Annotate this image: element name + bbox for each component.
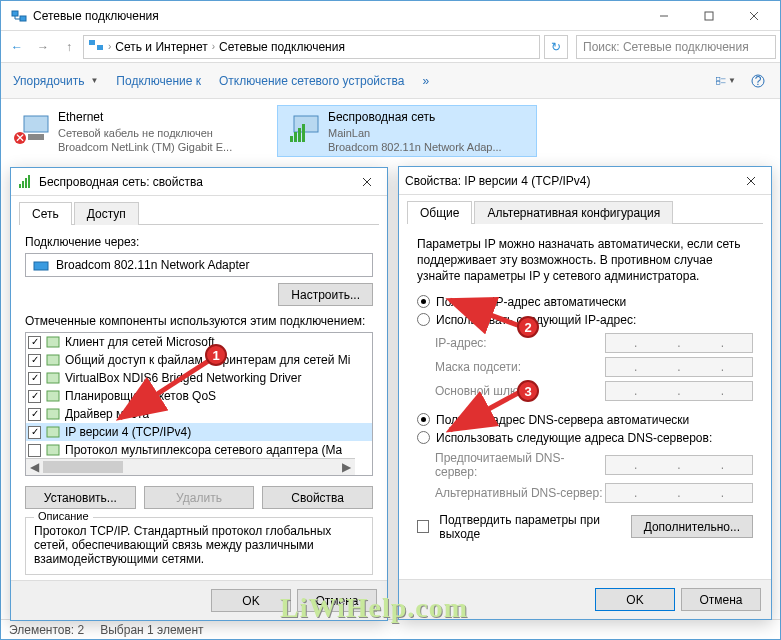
svg-rect-35 (47, 427, 59, 437)
dns-alt-input (605, 483, 753, 503)
dlg2-cancel-button[interactable]: Отмена (681, 588, 761, 611)
components-list[interactable]: Клиент для сетей Microsoft Общий доступ … (25, 332, 373, 476)
checkbox-icon[interactable] (28, 390, 41, 403)
confirm-checkbox[interactable] (417, 520, 429, 533)
ethernet-connection[interactable]: ✕ Ethernet Сетевой кабель не подключен B… (7, 105, 267, 157)
configure-button[interactable]: Настроить... (278, 283, 373, 306)
svg-rect-31 (47, 355, 59, 365)
component-item[interactable]: Планировщик пакетов QoS (26, 387, 372, 405)
ethernet-device: Broadcom NetLink (TM) Gigabit E... (58, 140, 258, 154)
tab-access[interactable]: Доступ (74, 202, 139, 225)
svg-rect-32 (47, 373, 59, 383)
help-icon[interactable]: ? (748, 73, 768, 89)
svg-rect-24 (22, 181, 24, 188)
content-area: ✕ Ethernet Сетевой кабель не подключен B… (1, 99, 780, 163)
more-button[interactable]: » (422, 74, 429, 88)
up-button[interactable]: ↑ (57, 35, 81, 59)
dns-auto-label: Получить адрес DNS-сервера автоматически (436, 413, 689, 427)
svg-rect-34 (47, 409, 59, 419)
minimize-button[interactable] (641, 2, 686, 30)
checkbox-icon[interactable] (28, 354, 41, 367)
checkbox-icon[interactable] (28, 426, 41, 439)
ip-auto-radio[interactable] (417, 295, 430, 308)
back-button[interactable]: ← (5, 35, 29, 59)
app-icon (11, 8, 27, 24)
checkbox-icon[interactable] (28, 408, 41, 421)
organize-menu[interactable]: Упорядочить▼ (13, 74, 98, 88)
properties-button[interactable]: Свойства (262, 486, 373, 509)
ip-addr-input (605, 333, 753, 353)
mask-input (605, 357, 753, 377)
component-item[interactable]: VirtualBox NDIS6 Bridged Networking Driv… (26, 369, 372, 387)
svg-rect-20 (294, 132, 297, 142)
mask-label: Маска подсети: (435, 360, 605, 374)
ethernet-status: Сетевой кабель не подключен (58, 126, 258, 140)
description-legend: Описание (34, 510, 93, 522)
ethernet-icon: ✕ (10, 108, 58, 148)
dlg2-close-button[interactable] (737, 171, 765, 191)
titlebar: Сетевые подключения (1, 1, 780, 31)
ip-auto-label: Получить IP-адрес автоматически (436, 295, 626, 309)
adapter-properties-dialog: Беспроводная сеть: свойства Сеть Доступ … (10, 167, 388, 621)
dns-manual-radio[interactable] (417, 431, 430, 444)
ethernet-name: Ethernet (58, 110, 264, 126)
ipv4-properties-dialog: Свойства: IP версии 4 (TCP/IPv4) Общие А… (398, 166, 772, 620)
svg-rect-25 (25, 178, 27, 188)
svg-rect-6 (89, 40, 95, 45)
dlg1-close-button[interactable] (353, 172, 381, 192)
components-label: Отмеченные компоненты используются этим … (25, 314, 373, 328)
ip-manual-radio[interactable] (417, 313, 430, 326)
svg-rect-8 (717, 77, 720, 80)
install-button[interactable]: Установить... (25, 486, 136, 509)
advanced-button[interactable]: Дополнительно... (631, 515, 753, 538)
wifi-dialog-icon (17, 174, 33, 190)
annotation-badge-1: 1 (205, 344, 227, 366)
adapter-field: Broadcom 802.11n Network Adapter (25, 253, 373, 277)
component-ipv4[interactable]: IP версии 4 (TCP/IPv4) (26, 423, 372, 441)
svg-rect-36 (47, 445, 59, 455)
close-button[interactable] (731, 2, 776, 30)
dns-auto-radio[interactable] (417, 413, 430, 426)
window-title: Сетевые подключения (33, 9, 641, 23)
breadcrumb-part1[interactable]: Сеть и Интернет (115, 40, 207, 54)
ip-addr-label: IP-адрес: (435, 336, 605, 350)
dlg2-ok-button[interactable]: OK (595, 588, 675, 611)
tab-network[interactable]: Сеть (19, 202, 72, 225)
tab-alt-config[interactable]: Альтернативная конфигурация (474, 201, 673, 224)
svg-rect-1 (20, 16, 26, 21)
status-count: Элементов: 2 (9, 623, 84, 637)
wifi-device: Broadcom 802.11n Network Adap... (328, 140, 528, 154)
dns-alt-label: Альтернативный DNS-сервер: (435, 486, 605, 500)
dlg1-ok-button[interactable]: OK (211, 589, 291, 612)
component-item[interactable]: Протокол мультиплексора сетевого адаптер… (26, 441, 372, 459)
disable-device-button[interactable]: Отключение сетевого устройства (219, 74, 404, 88)
watermark: LiWiHelp.com (280, 592, 468, 624)
component-item[interactable]: Драйвер моста (26, 405, 372, 423)
forward-button[interactable]: → (31, 35, 55, 59)
component-item[interactable]: Общий доступ к файлам и принтерам для се… (26, 351, 372, 369)
maximize-button[interactable] (686, 2, 731, 30)
nav-bar: ← → ↑ › Сеть и Интернет › Сетевые подклю… (1, 31, 780, 63)
breadcrumb[interactable]: › Сеть и Интернет › Сетевые подключения (83, 35, 540, 59)
tab-general[interactable]: Общие (407, 201, 472, 224)
refresh-button[interactable]: ↻ (544, 35, 568, 59)
connect-via-label: Подключение через: (25, 235, 373, 249)
gateway-input (605, 381, 753, 401)
wifi-connection[interactable]: Беспроводная сеть MainLan Broadcom 802.1… (277, 105, 537, 157)
dlg1-tabs: Сеть Доступ (19, 202, 379, 225)
checkbox-icon[interactable] (28, 336, 41, 349)
svg-rect-22 (302, 124, 305, 142)
checkbox-icon[interactable] (28, 372, 41, 385)
checkbox-icon[interactable] (28, 444, 41, 457)
connect-to-button[interactable]: Подключение к (116, 74, 201, 88)
horizontal-scrollbar[interactable]: ◀▶ (26, 458, 355, 475)
description-group: Описание Протокол TCP/IP. Стандартный пр… (25, 517, 373, 575)
component-item[interactable]: Клиент для сетей Microsoft (26, 333, 372, 351)
remove-button: Удалить (144, 486, 255, 509)
search-input[interactable]: Поиск: Сетевые подключения (576, 35, 776, 59)
breadcrumb-part2[interactable]: Сетевые подключения (219, 40, 345, 54)
svg-text:✕: ✕ (15, 131, 25, 144)
svg-rect-33 (47, 391, 59, 401)
view-icon[interactable]: ▼ (716, 73, 736, 89)
toolbar: Упорядочить▼ Подключение к Отключение се… (1, 63, 780, 99)
